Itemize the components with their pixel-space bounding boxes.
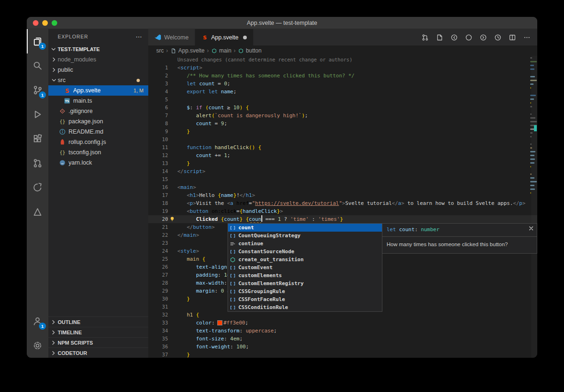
code-line-20[interactable]: 20 Clicked {count} {coun === 1 ? 'time' … — [148, 215, 537, 223]
activity-bar-item-explorer[interactable]: 1 — [27, 29, 48, 53]
suggestion-ConstantSourceNode[interactable]: ConstantSourceNode — [228, 248, 382, 256]
unsaved-dot[interactable] — [243, 36, 247, 39]
suggestion-CSSConditionRule[interactable]: CSSConditionRule — [228, 303, 382, 311]
suggestion-CSSGroupingRule[interactable]: CSSGroupingRule — [228, 287, 382, 295]
project-section-header[interactable]: TEST-TEMPLATE — [48, 44, 148, 54]
breadcrumb-item-button[interactable]: button — [238, 47, 261, 54]
folder-src[interactable]: src — [48, 75, 148, 85]
chevron-down-icon — [50, 45, 57, 53]
gutter-decoration — [168, 343, 177, 351]
code-line-13[interactable]: 13 } — [148, 159, 537, 167]
file-App.svelte[interactable]: SApp.svelte1, M — [48, 85, 148, 96]
gitlens-circle-icon[interactable] — [465, 34, 473, 41]
file-yarn.lock[interactable]: yarn.lock — [48, 158, 148, 168]
file-main.ts[interactable]: TSmain.ts — [48, 96, 148, 106]
activity-bar-item-accounts[interactable]: 1 — [27, 309, 48, 333]
close-icon[interactable] — [527, 225, 535, 232]
file-tsconfig.json[interactable]: {}tsconfig.json — [48, 147, 148, 158]
code-line-11[interactable]: 11 function handleClick() { — [148, 143, 537, 151]
code-line-12[interactable]: 12 count += 1; — [148, 151, 537, 159]
folder-public[interactable]: public — [48, 65, 148, 75]
suggestion-continue[interactable]: continue — [228, 240, 382, 248]
tab-app-svelte[interactable]: SApp.svelte — [195, 29, 253, 45]
file-.gitignore[interactable]: .gitignore — [48, 106, 148, 116]
code-line-32[interactable]: 32 h1 { — [148, 311, 537, 319]
line-number: 36 — [148, 343, 168, 351]
suggestion-label: CSSFontFaceRule — [238, 295, 285, 303]
code-line-35[interactable]: 35 font-size: 4em; — [148, 335, 537, 343]
code-line-6[interactable]: 6 $: if (count ≥ 10) { — [148, 104, 537, 112]
more-actions-icon[interactable] — [523, 34, 531, 41]
explorer-more-actions-icon[interactable]: ⋯ — [136, 33, 143, 40]
chevron-right-icon — [50, 329, 57, 336]
code-line-4[interactable]: 4 export let name; — [148, 88, 537, 96]
tab-label: App.svelte — [211, 34, 238, 41]
file-README.md[interactable]: README.md — [48, 127, 148, 137]
chevron-right-icon — [50, 349, 57, 357]
tab-welcome[interactable]: Welcome — [148, 29, 195, 45]
code-line-37[interactable]: 37 } — [148, 351, 537, 358]
suggestion-count[interactable]: count — [228, 224, 382, 232]
previous-change-icon[interactable] — [450, 34, 458, 41]
zoom-window-button[interactable] — [52, 20, 57, 26]
activity-bar-item-run-debug[interactable] — [27, 102, 48, 127]
code-editor[interactable]: Unsaved changes (cannot determine recent… — [148, 56, 537, 358]
code-line-8[interactable]: 8 count = 9; — [148, 120, 537, 128]
code-line-36[interactable]: 36 font-weight: 100; — [148, 343, 537, 351]
code-line-1[interactable]: 1<script> — [148, 64, 537, 72]
code-line-16[interactable]: 16<main> — [148, 183, 537, 191]
activity-bar-item-settings[interactable] — [27, 333, 48, 358]
activity-bar-item-live-share[interactable] — [27, 175, 48, 200]
file-package.json[interactable]: {}package.json — [48, 116, 148, 127]
breadcrumb-separator: › — [207, 47, 209, 54]
code-line-17[interactable]: 17 <h1>Hello {name}!</h1> — [148, 191, 537, 199]
code-line-34[interactable]: 34 text-transform: uppercase; — [148, 327, 537, 335]
code-line-5[interactable]: 5 — [148, 96, 537, 104]
code-line-9[interactable]: 9 } — [148, 128, 537, 136]
sidebar-section-outline[interactable]: OUTLINE — [48, 317, 148, 327]
sidebar-header: EXPLORER ⋯ — [48, 29, 148, 44]
activity-bar-item-source-control[interactable]: 1 — [27, 78, 48, 102]
code-line-7[interactable]: 7 alert(`count is dangerously high!`); — [148, 112, 537, 120]
suggestion-customElements[interactable]: customElements — [228, 271, 382, 279]
activity-bar-item-extensions[interactable] — [27, 127, 48, 151]
split-editor-icon[interactable] — [509, 34, 516, 41]
code-line-33[interactable]: 33 color: #ff3e00; — [148, 319, 537, 327]
suggestion-CustomEvent[interactable]: CustomEvent — [228, 264, 382, 271]
sidebar-section-npm-scripts[interactable]: NPM SCRIPTS — [48, 337, 148, 347]
code-line-2[interactable]: 2 /** How many times has someone clicked… — [148, 72, 537, 80]
breadcrumb-item-main[interactable]: main — [211, 47, 231, 54]
gutter-decoration — [168, 191, 177, 199]
open-changes-icon[interactable] — [436, 34, 443, 41]
minimize-window-button[interactable] — [42, 20, 48, 26]
suggestion-CustomElementRegistry[interactable]: CustomElementRegistry — [228, 279, 382, 287]
lightbulb-icon[interactable] — [168, 215, 177, 223]
suggestion-CountQueuingStrategy[interactable]: CountQueuingStrategy — [228, 232, 382, 240]
activity-bar-item-azure[interactable] — [27, 200, 48, 224]
sidebar-section-codetour[interactable]: CODETOUR — [48, 347, 148, 358]
activity-bar-item-github-pull-requests[interactable] — [27, 151, 48, 175]
tab-label: Welcome — [164, 34, 189, 41]
activity-bar-item-search[interactable] — [27, 53, 48, 78]
timeline-icon[interactable] — [494, 34, 502, 41]
code-line-19[interactable]: 19 <button on:click={handleClick}> — [148, 207, 537, 215]
folder-node_modules[interactable]: node_modules — [48, 54, 148, 65]
next-change-icon[interactable] — [480, 34, 487, 41]
file-rollup.config.js[interactable]: rollup.config.js — [48, 137, 148, 147]
line-number: 1 — [148, 64, 168, 72]
close-window-button[interactable] — [33, 20, 38, 26]
titlebar: App.svelte — test-template — [27, 17, 537, 29]
code-line-3[interactable]: 3 let count = 0; — [148, 80, 537, 88]
code-line-15[interactable]: 15 — [148, 175, 537, 183]
breadcrumb-item-app-svelte[interactable]: App.svelte — [170, 47, 205, 54]
gutter-decoration — [168, 303, 177, 311]
breadcrumb-item-src[interactable]: src — [156, 47, 164, 54]
suggestion-CSSFontFaceRule[interactable]: CSSFontFaceRule — [228, 295, 382, 303]
code-line-18[interactable]: 18 <p>Visit the <a href="https://svelte.… — [148, 199, 537, 207]
color-swatch[interactable] — [218, 321, 222, 325]
sidebar-section-timeline[interactable]: TIMELINE — [48, 327, 148, 337]
pull-request-icon[interactable] — [421, 34, 429, 41]
code-line-10[interactable]: 10 — [148, 136, 537, 143]
code-line-14[interactable]: 14</script> — [148, 167, 537, 175]
suggestion-create_out_transition[interactable]: create_out_transition — [228, 256, 382, 264]
